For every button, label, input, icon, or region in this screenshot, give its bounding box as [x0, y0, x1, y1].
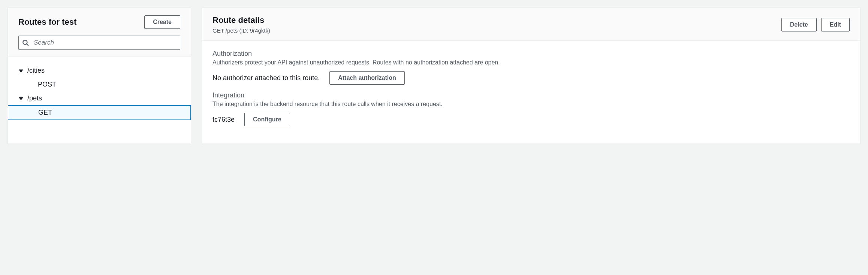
details-actions: Delete Edit — [781, 18, 850, 31]
route-path: /cities — [27, 67, 45, 75]
method-label: GET — [38, 109, 52, 116]
svg-point-0 — [23, 40, 27, 44]
details-subtitle: GET /pets (ID: 9r4gktk) — [213, 27, 270, 34]
integration-description: The integration is the backend resource … — [213, 101, 850, 108]
route-item-pets[interactable]: /pets — [8, 91, 191, 105]
route-method-post[interactable]: POST — [8, 78, 191, 91]
authorization-row: No authorizer attached to this route. At… — [213, 71, 850, 85]
search-input[interactable] — [18, 36, 180, 50]
svg-marker-3 — [19, 97, 23, 100]
caret-down-icon — [18, 68, 24, 73]
integration-title: Integration — [213, 91, 850, 99]
details-body: Authorization Authorizers protect your A… — [202, 41, 860, 143]
authorization-description: Authorizers protect your API against una… — [213, 59, 850, 66]
edit-button[interactable]: Edit — [821, 18, 850, 31]
details-title-group: Route details GET /pets (ID: 9r4gktk) — [213, 15, 270, 34]
search-icon — [22, 39, 29, 46]
routes-tree: /cities POST /pets GET — [8, 57, 191, 131]
method-label: POST — [38, 81, 56, 88]
route-item-cities[interactable]: /cities — [8, 64, 191, 78]
route-method-get[interactable]: GET — [8, 105, 191, 120]
delete-button[interactable]: Delete — [781, 18, 817, 31]
svg-line-1 — [27, 44, 28, 46]
integration-row: tc76t3e Configure — [213, 113, 850, 126]
create-button[interactable]: Create — [144, 15, 180, 29]
attach-authorization-button[interactable]: Attach authorization — [329, 71, 405, 85]
routes-header: Routes for test Create — [8, 8, 191, 36]
main-container: Routes for test Create /cities POST — [7, 7, 861, 144]
route-details-panel: Route details GET /pets (ID: 9r4gktk) De… — [202, 7, 861, 144]
route-path: /pets — [27, 94, 42, 102]
routes-panel: Routes for test Create /cities POST — [7, 7, 191, 144]
search-box — [18, 36, 180, 50]
details-header: Route details GET /pets (ID: 9r4gktk) De… — [202, 8, 860, 41]
details-title: Route details — [213, 15, 270, 25]
search-wrapper — [8, 36, 191, 57]
authorization-status: No authorizer attached to this route. — [213, 74, 320, 82]
svg-marker-2 — [19, 69, 23, 72]
configure-button[interactable]: Configure — [244, 113, 290, 126]
authorization-title: Authorization — [213, 50, 850, 58]
caret-down-icon — [18, 96, 24, 101]
routes-title: Routes for test — [18, 17, 76, 27]
integration-id: tc76t3e — [213, 116, 235, 124]
